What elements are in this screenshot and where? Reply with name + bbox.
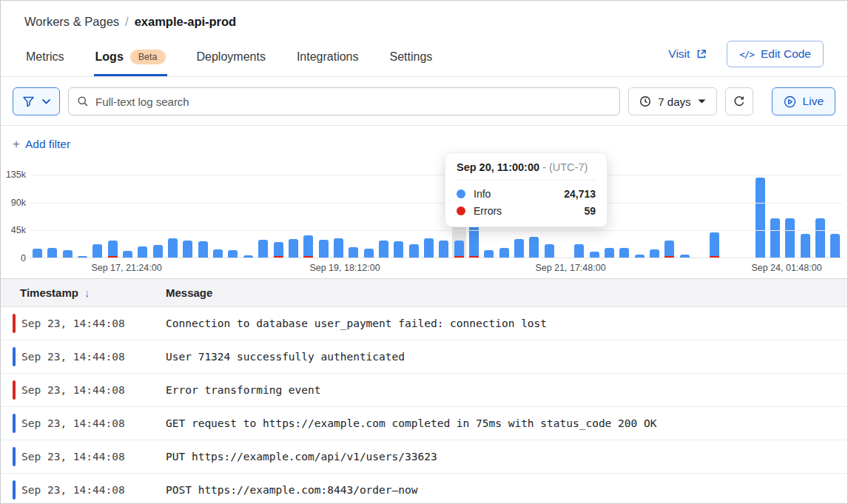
legend-dot bbox=[457, 206, 465, 215]
chart-bar-slot[interactable] bbox=[738, 174, 752, 258]
visit-link[interactable]: Visit bbox=[668, 47, 707, 61]
legend-dot bbox=[457, 189, 465, 198]
chart-bar-slot[interactable] bbox=[377, 174, 391, 258]
bar-stack bbox=[514, 239, 524, 258]
table-row[interactable]: Sep 23, 14:44:08Error transforming event bbox=[1, 374, 847, 407]
time-range-value: 7 days bbox=[658, 95, 690, 108]
chart-bar-slot[interactable] bbox=[633, 174, 647, 258]
info-bar-segment bbox=[364, 249, 374, 258]
info-level-indicator bbox=[13, 447, 16, 466]
info-bar-segment bbox=[303, 235, 313, 256]
info-bar-segment bbox=[830, 234, 840, 258]
chart-bar-slot[interactable] bbox=[798, 174, 812, 258]
chart-bar-slot[interactable] bbox=[391, 174, 406, 258]
table-row[interactable]: Sep 23, 14:44:08Connection to database u… bbox=[1, 307, 847, 340]
chart-bar-slot[interactable] bbox=[678, 174, 692, 258]
column-header-timestamp[interactable]: Timestamp ↓ bbox=[1, 286, 166, 299]
chart-bar-slot[interactable] bbox=[272, 174, 286, 258]
chart-bar-slot[interactable] bbox=[693, 174, 707, 258]
info-bar-segment bbox=[590, 252, 599, 258]
tabs-row: MetricsLogsBetaDeploymentsIntegrationsSe… bbox=[1, 41, 847, 77]
bar-stack bbox=[574, 244, 584, 258]
chart-bar-slot[interactable] bbox=[106, 174, 120, 258]
chart-bar-slot[interactable] bbox=[211, 174, 225, 258]
breadcrumb-section[interactable]: Workers & Pages bbox=[24, 15, 119, 29]
refresh-button[interactable] bbox=[725, 87, 753, 115]
chart-bar-slot[interactable] bbox=[617, 174, 631, 258]
chart-bar-slot[interactable] bbox=[301, 174, 315, 258]
chart-bar-slot[interactable] bbox=[196, 174, 210, 258]
chart-bar-slot[interactable] bbox=[121, 174, 135, 258]
info-bar-segment bbox=[635, 255, 645, 258]
chart-bar-slot[interactable] bbox=[828, 174, 842, 258]
chart-bar-slot[interactable] bbox=[166, 174, 180, 258]
chart-bar-slot[interactable] bbox=[317, 174, 331, 258]
chart-bar-slot[interactable] bbox=[707, 174, 721, 258]
search-input[interactable] bbox=[68, 87, 620, 115]
chart-bar-slot[interactable] bbox=[647, 174, 662, 258]
gridline bbox=[30, 175, 843, 175]
table-row[interactable]: Sep 23, 14:44:08PUT https://example.com/… bbox=[1, 440, 847, 474]
chart-bar-slot[interactable] bbox=[226, 174, 240, 258]
chart-bar-slot[interactable] bbox=[90, 174, 104, 258]
table-row[interactable]: Sep 23, 14:44:08User 71324 successfully … bbox=[1, 340, 847, 374]
info-level-indicator bbox=[13, 414, 16, 433]
chart-bar-slot[interactable] bbox=[362, 174, 376, 258]
chart-bar-slot[interactable] bbox=[45, 174, 59, 258]
time-range-dropdown[interactable]: 7 days bbox=[628, 87, 716, 115]
info-bar-segment bbox=[574, 244, 584, 258]
edit-code-button[interactable]: </> Edit Code bbox=[727, 41, 824, 67]
chart-bar-slot[interactable] bbox=[61, 174, 75, 258]
chart-bar-slot[interactable] bbox=[241, 174, 255, 258]
error-level-indicator bbox=[13, 314, 16, 333]
tab-deployments[interactable]: Deployments bbox=[195, 45, 267, 76]
info-bar-segment bbox=[108, 241, 118, 256]
chart-bar-slot[interactable] bbox=[407, 174, 421, 258]
bar-stack bbox=[183, 241, 192, 258]
chart-bar-slot[interactable] bbox=[151, 174, 165, 258]
chart-bar-slot[interactable] bbox=[332, 174, 346, 258]
chart-bar-slot[interactable] bbox=[181, 174, 195, 258]
filter-menu-button[interactable] bbox=[13, 87, 60, 115]
tab-settings[interactable]: Settings bbox=[388, 45, 434, 76]
chart-bar-slot[interactable] bbox=[723, 174, 737, 258]
chart-bar-slot[interactable] bbox=[783, 174, 797, 258]
info-bar-segment bbox=[228, 250, 238, 258]
x-tick-label: Sep 17, 21:24:00 bbox=[91, 263, 161, 273]
bar-stack bbox=[123, 251, 132, 258]
error-bar-segment bbox=[664, 256, 674, 258]
workers-logs-page: Workers & Pages / example-api-prod Metri… bbox=[0, 0, 848, 504]
bar-stack bbox=[484, 250, 494, 258]
tab-label: Metrics bbox=[26, 50, 64, 64]
tab-metrics[interactable]: Metrics bbox=[24, 45, 66, 76]
tab-integrations[interactable]: Integrations bbox=[295, 45, 360, 76]
filter-bar: 7 days Live bbox=[1, 77, 847, 126]
bar-stack bbox=[78, 256, 87, 258]
chart-bar-slot[interactable] bbox=[75, 174, 90, 258]
table-body: Sep 23, 14:44:08Connection to database u… bbox=[1, 307, 847, 504]
chart-bar-slot[interactable] bbox=[768, 174, 782, 258]
chart-bar-slot[interactable] bbox=[256, 174, 270, 258]
chart-bar-slot[interactable] bbox=[286, 174, 300, 258]
bar-stack bbox=[424, 238, 434, 258]
chart-bars bbox=[30, 175, 843, 258]
info-bar-segment bbox=[680, 255, 690, 258]
live-button[interactable]: Live bbox=[772, 87, 835, 115]
add-filter-link[interactable]: Add filter bbox=[25, 138, 70, 151]
bar-stack bbox=[590, 252, 599, 258]
info-bar-segment bbox=[153, 245, 163, 258]
chart-bar-slot[interactable] bbox=[422, 174, 436, 258]
chart-bar-slot[interactable] bbox=[753, 174, 767, 258]
chart-bar-slot[interactable] bbox=[346, 174, 360, 258]
chart-bar-slot[interactable] bbox=[135, 174, 149, 258]
chart-bar-slot[interactable] bbox=[662, 174, 676, 258]
bar-stack bbox=[379, 241, 388, 258]
chart-bar-slot[interactable] bbox=[813, 174, 827, 258]
table-row[interactable]: Sep 23, 14:44:08POST https://example.com… bbox=[1, 474, 847, 504]
bar-stack bbox=[198, 241, 208, 258]
chart-bar-slot[interactable] bbox=[30, 174, 44, 258]
tab-logs[interactable]: LogsBeta bbox=[94, 45, 167, 76]
table-row[interactable]: Sep 23, 14:44:08GET request to https://e… bbox=[1, 407, 847, 440]
bar-stack bbox=[394, 241, 403, 258]
bar-stack bbox=[664, 241, 674, 258]
